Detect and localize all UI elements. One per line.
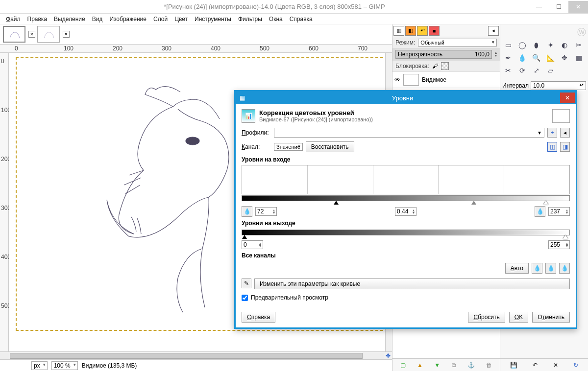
pick-gray-button[interactable]: 💧: [545, 263, 556, 274]
add-profile-button[interactable]: +: [547, 128, 557, 138]
menu-view[interactable]: Вид: [89, 15, 106, 23]
image-tab-2[interactable]: [37, 26, 60, 43]
ellipse-select-tool[interactable]: ◯: [516, 39, 528, 51]
menu-layer[interactable]: Слой: [150, 15, 171, 23]
statusbar: px 100 % Видимое (135,3 МБ): [0, 359, 392, 371]
fuzzy-select-tool[interactable]: ✦: [545, 39, 557, 51]
interval-spinner[interactable]: 10.0▴▾: [531, 81, 586, 90]
move-tool[interactable]: ✥: [559, 52, 570, 64]
rect-select-tool[interactable]: ▭: [502, 39, 514, 51]
zoom-tool[interactable]: 🔍: [531, 52, 542, 64]
delete-layer-icon[interactable]: 🗑: [486, 362, 492, 369]
dock-menu-button[interactable]: ◂: [488, 26, 499, 36]
toolopts-toolbar: 💾 ↶ ✕ ↻: [500, 358, 588, 371]
dock-tab-channels[interactable]: ◧: [405, 26, 416, 36]
histogram-linear-button[interactable]: ◫: [547, 142, 557, 152]
channel-combo[interactable]: Значение: [274, 143, 303, 151]
menu-filters[interactable]: Фильтры: [235, 15, 265, 23]
auto-button[interactable]: Авто: [505, 263, 529, 274]
ok-button[interactable]: OK: [509, 312, 528, 323]
menu-file[interactable]: Файл: [3, 15, 24, 23]
reset-button[interactable]: Сбросить: [468, 312, 505, 323]
image-tab-1[interactable]: [3, 26, 25, 43]
edit-as-curves-button[interactable]: Изменить эти параметры как кривые: [254, 278, 570, 289]
scissors-tool[interactable]: ✂: [573, 39, 585, 51]
close-button[interactable]: ✕: [568, 1, 588, 13]
input-levels-label: Уровни на входе: [242, 156, 570, 163]
tool-grid: ▭ ◯ ⬮ ✦ ◐ ✂ ✒ 💧 🔍 📐 ✥ ▦ ✂ ⟳ ⤢ ▱: [500, 37, 588, 78]
white-point-slider[interactable]: [543, 201, 548, 205]
lower-layer-icon[interactable]: ▼: [434, 362, 440, 369]
measure-tool[interactable]: 📐: [545, 52, 557, 64]
lock-paint-icon[interactable]: 🖌: [432, 63, 438, 70]
dialog-close-button[interactable]: ✕: [560, 93, 575, 103]
reset-opts-icon[interactable]: ↻: [573, 362, 578, 369]
tab-close-2[interactable]: ✕: [63, 31, 70, 38]
rotate-tool[interactable]: ⟳: [516, 65, 528, 76]
menu-edit[interactable]: Правка: [24, 15, 50, 23]
white-picker[interactable]: 💧: [535, 206, 545, 217]
free-select-tool[interactable]: ⬮: [531, 39, 542, 51]
reset-channel-button[interactable]: Восстановить: [306, 141, 354, 152]
profiles-combo[interactable]: [274, 128, 544, 138]
input-high[interactable]: 237▴▾: [548, 207, 570, 216]
input-gamma[interactable]: 0,44▴▾: [395, 207, 416, 216]
dialog-titlebar[interactable]: ▦ Уровни ✕: [236, 92, 576, 104]
maximize-button[interactable]: ☐: [549, 1, 568, 13]
duplicate-layer-icon[interactable]: ⧉: [452, 362, 456, 369]
histogram-log-button[interactable]: ◨: [560, 142, 570, 152]
restore-opts-icon[interactable]: ↶: [533, 362, 538, 369]
pick-black-button[interactable]: 💧: [532, 263, 542, 274]
profile-menu-button[interactable]: ◂: [560, 128, 570, 138]
menu-help[interactable]: Справка: [287, 15, 316, 23]
input-gradient[interactable]: [242, 195, 570, 201]
output-gradient[interactable]: [242, 230, 570, 235]
dialog-preview-thumb: [552, 109, 570, 123]
help-button[interactable]: Справка: [242, 312, 275, 323]
scrollbar-horizontal[interactable]: ✥: [0, 351, 392, 359]
out-white-slider[interactable]: [563, 235, 568, 239]
paths-tool[interactable]: ✒: [502, 52, 514, 64]
layer-item[interactable]: 👁 Видимое: [392, 72, 500, 88]
output-high[interactable]: 255▴▾: [548, 240, 570, 249]
output-low[interactable]: 0▴▾: [242, 240, 263, 249]
black-point-slider[interactable]: [334, 201, 339, 205]
color-select-tool[interactable]: ◐: [559, 39, 570, 51]
lock-alpha-icon[interactable]: [441, 62, 449, 70]
black-picker[interactable]: 💧: [242, 206, 252, 217]
anchor-layer-icon[interactable]: ⚓: [467, 362, 475, 369]
pick-white-button[interactable]: 💧: [559, 263, 570, 274]
crop-tool[interactable]: ✂: [502, 65, 514, 76]
raise-layer-icon[interactable]: ▲: [417, 362, 423, 369]
dock-tab-undo[interactable]: ↶: [417, 26, 428, 36]
visibility-icon[interactable]: 👁: [394, 76, 400, 83]
input-low[interactable]: 72▴▾: [255, 207, 277, 216]
lock-label: Блокировка:: [395, 63, 429, 70]
out-black-slider[interactable]: [242, 235, 247, 239]
unit-combo[interactable]: px: [31, 361, 48, 370]
menu-image[interactable]: Изображение: [106, 15, 149, 23]
minimize-button[interactable]: —: [529, 1, 549, 13]
align-tool[interactable]: ▦: [573, 52, 585, 64]
layer-name[interactable]: Видимое: [422, 76, 446, 83]
tab-close-1[interactable]: ✕: [28, 31, 35, 38]
scale-tool[interactable]: ⤢: [531, 65, 542, 76]
shear-tool[interactable]: ▱: [545, 65, 557, 76]
preview-checkbox[interactable]: [242, 295, 248, 301]
menu-color[interactable]: Цвет: [172, 15, 191, 23]
color-picker-tool[interactable]: 💧: [516, 52, 528, 64]
dock-tab-paths[interactable]: ■: [429, 26, 440, 36]
opacity-slider[interactable]: Непрозрачность 100,0: [395, 50, 492, 59]
menu-tools[interactable]: Инструменты: [192, 15, 234, 23]
gamma-slider[interactable]: [471, 201, 476, 205]
cancel-button[interactable]: Отменить: [532, 312, 570, 323]
dock-tab-layers[interactable]: ▥: [393, 26, 404, 36]
mode-combo[interactable]: Обычный: [418, 39, 497, 46]
curves-icon-button[interactable]: ✎: [242, 278, 251, 288]
zoom-combo[interactable]: 100 %: [51, 361, 78, 370]
save-opts-icon[interactable]: 💾: [510, 362, 517, 369]
new-layer-icon[interactable]: ▢: [400, 362, 406, 369]
delete-opts-icon[interactable]: ✕: [553, 362, 558, 369]
menu-select[interactable]: Выделение: [51, 15, 88, 23]
menu-windows[interactable]: Окна: [266, 15, 286, 23]
